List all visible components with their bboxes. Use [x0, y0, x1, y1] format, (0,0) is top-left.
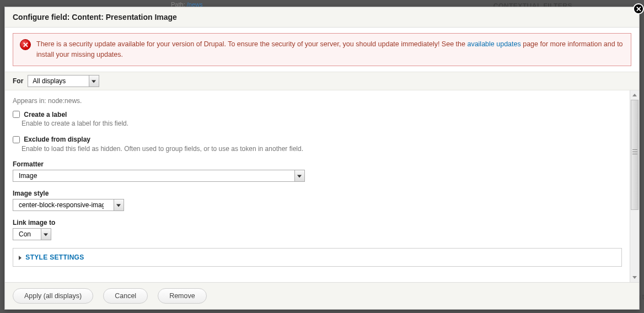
apply-button[interactable]: Apply (all displays)	[13, 288, 93, 304]
scroll-up-icon[interactable]	[630, 90, 639, 100]
scroll-tick	[632, 152, 637, 152]
image-style-label: Image style	[13, 190, 622, 197]
modal-body: Appears in: node:news. Create a label En…	[5, 90, 630, 283]
modal-title: Configure field: Content: Presentation I…	[13, 13, 631, 21]
available-updates-link[interactable]: available updates	[467, 40, 520, 48]
cancel-button[interactable]: Cancel	[103, 288, 148, 304]
modal-header: Configure field: Content: Presentation I…	[5, 7, 639, 28]
scroll-tick	[632, 154, 637, 154]
for-select[interactable]: All displays	[28, 75, 99, 87]
scroll-down-icon[interactable]	[630, 273, 639, 282]
formatter-label: Formatter	[13, 160, 622, 168]
modal-footer: Apply (all displays) Cancel Remove	[5, 282, 639, 309]
exclude-checkbox[interactable]	[13, 136, 20, 143]
chevron-right-icon	[19, 256, 22, 260]
close-icon[interactable]: ✕	[633, 3, 644, 14]
style-settings-collapsible[interactable]: STYLE SETTINGS	[13, 248, 622, 267]
security-alert: ✕ There is a security update available f…	[13, 33, 631, 66]
error-icon: ✕	[20, 39, 31, 50]
for-label: For	[13, 77, 23, 85]
scrollbar[interactable]	[630, 90, 639, 283]
formatter-select[interactable]: Image	[13, 170, 305, 182]
alert-text: There is a security update available for…	[36, 39, 624, 60]
scroll-tick	[632, 149, 637, 150]
create-label-text[interactable]: Create a label	[24, 110, 67, 118]
style-settings-title: STYLE SETTINGS	[25, 253, 84, 261]
exclude-text[interactable]: Exclude from display	[24, 136, 90, 143]
scroll-thumb[interactable]	[631, 100, 638, 210]
modal-dialog: Configure field: Content: Presentation I…	[4, 7, 640, 310]
create-label-checkbox[interactable]	[13, 111, 20, 118]
link-image-label: Link image to	[13, 219, 622, 226]
exclude-desc: Enable to load this field as hidden. Oft…	[22, 145, 622, 153]
create-label-desc: Enable to create a label for this field.	[22, 120, 622, 127]
remove-button[interactable]: Remove	[158, 288, 207, 304]
appears-in: Appears in: node:news.	[13, 97, 622, 105]
for-bar: For All displays	[5, 72, 639, 90]
image-style-select[interactable]: center-block-responsive-image	[13, 199, 124, 211]
link-image-select[interactable]: Content	[13, 228, 51, 240]
